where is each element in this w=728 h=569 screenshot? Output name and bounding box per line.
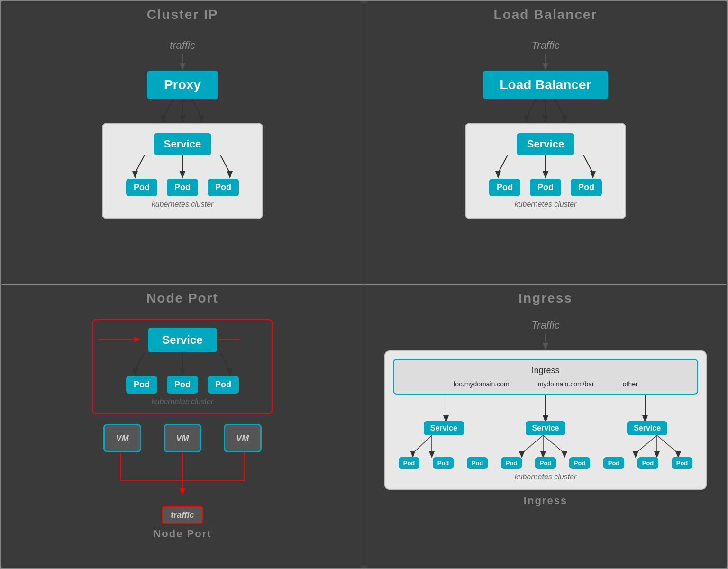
q1-cluster-box: Service Pod Pod Pod kubernetes [102,123,263,219]
svg-marker-37 [227,368,233,376]
svg-marker-11 [180,171,185,179]
q3-pod-3: Pod [208,376,239,394]
svg-line-12 [220,155,230,173]
svg-line-6 [192,99,201,117]
q4-bottom-title: Ingress [524,495,567,507]
svg-marker-21 [562,115,567,123]
svg-line-20 [555,99,564,117]
q2-pod-1: Pod [489,179,520,196]
q1-pods-row: Pod Pod Pod [126,179,239,196]
q4-pod-7: Pod [603,457,625,469]
q3-pod-2: Pod [167,376,198,394]
q3-traffic-box: traffic [162,506,203,524]
q2-pod-3: Pod [571,179,602,196]
q4-pod-3: Pod [467,457,488,469]
svg-marker-13 [227,171,233,179]
q4-service-2: Service [526,421,566,435]
svg-line-26 [583,155,593,173]
q4-pod-1: Pod [399,457,420,469]
svg-marker-43 [180,488,185,495]
svg-marker-33 [132,368,138,376]
q4-pod-2: Pod [433,457,454,469]
svg-marker-27 [590,171,596,179]
svg-marker-3 [161,115,166,123]
svg-marker-1 [180,63,185,71]
q4-pod-8: Pod [637,457,659,469]
svg-marker-29 [134,337,141,342]
q4-pod-5: Pod [535,457,556,469]
svg-marker-45 [543,343,548,350]
q4-route-3: other [623,380,638,388]
main-grid: Cluster IP traffic Proxy [0,0,728,569]
svg-marker-25 [543,171,548,179]
quadrant-cluster-ip: Cluster IP traffic Proxy [1,1,364,284]
q1-pod-1: Pod [126,179,157,196]
q2-cluster-label: kubernetes cluster [515,200,577,209]
q4-pod-4: Pod [501,457,522,469]
q4-route-1: foo.mydomain.com [453,380,509,388]
q3-title: Node Port [146,291,218,306]
q3-vm-2: VM [164,424,201,452]
svg-marker-7 [199,115,204,123]
q4-pod-9: Pod [672,457,693,469]
q4-service-1: Service [424,421,464,435]
quadrant-load-balancer: Load Balancer Traffic Load Balancer [364,1,727,284]
q3-nodeport-label: Node Port [92,528,273,540]
q4-service-arrows [394,435,697,459]
quadrant-node-port: Node Port [1,284,364,568]
q1-title: Cluster IP [147,7,218,22]
q4-pod-6: Pod [569,457,591,469]
q1-traffic-label: traffic [170,39,195,52]
q4-title: Ingress [519,291,573,306]
svg-line-2 [164,99,173,117]
q4-route-2: mydomain.com/bar [538,380,594,388]
q1-service-box: Service [154,133,211,155]
q2-traffic-label: Traffic [531,39,559,52]
svg-marker-19 [543,115,548,123]
svg-marker-23 [495,171,501,179]
q2-lb-box: Load Balancer [483,71,609,99]
svg-line-60 [543,435,564,453]
svg-marker-15 [543,63,548,71]
q4-route-arrows [394,395,697,423]
svg-line-22 [498,155,508,173]
svg-line-16 [527,99,536,117]
q3-service-box: Service [148,328,217,352]
q3-vm-3: VM [224,424,262,452]
q4-cluster-label: kubernetes cluster [393,473,698,481]
q4-traffic-label: Traffic [531,319,559,331]
q3-cluster-label: kubernetes cluster [152,397,214,406]
svg-marker-35 [180,368,185,376]
q2-title: Load Balancer [494,7,598,22]
svg-line-8 [135,155,145,173]
q1-proxy-box: Proxy [147,71,218,99]
svg-marker-9 [132,171,138,179]
q3-pod-1: Pod [126,376,157,394]
q3-vm-1: VM [103,424,141,452]
q4-service-3: Service [627,421,667,435]
svg-line-32 [135,352,145,370]
q2-pod-2: Pod [530,179,561,196]
q4-ingress-label: Ingress [531,366,559,376]
q1-pod-3: Pod [208,179,239,196]
q2-cluster-box: Service Pod Pod Pod kubernetes cluster [465,123,626,219]
svg-line-36 [220,352,230,370]
q3-pods-row: Pod Pod Pod [126,376,239,394]
q2-service-box: Service [517,133,574,155]
quadrant-ingress: Ingress Traffic Ingress foo.mydomain.com… [364,284,727,568]
svg-line-52 [413,435,432,453]
q2-pods-row: Pod Pod Pod [489,179,602,196]
svg-marker-5 [180,115,185,123]
svg-marker-17 [524,115,529,123]
q1-pod-2: Pod [167,179,198,196]
q1-cluster-label: kubernetes cluster [152,200,214,209]
q3-connections-svg [92,452,273,509]
svg-line-56 [522,435,543,453]
svg-line-66 [657,435,678,453]
svg-line-62 [636,435,657,453]
